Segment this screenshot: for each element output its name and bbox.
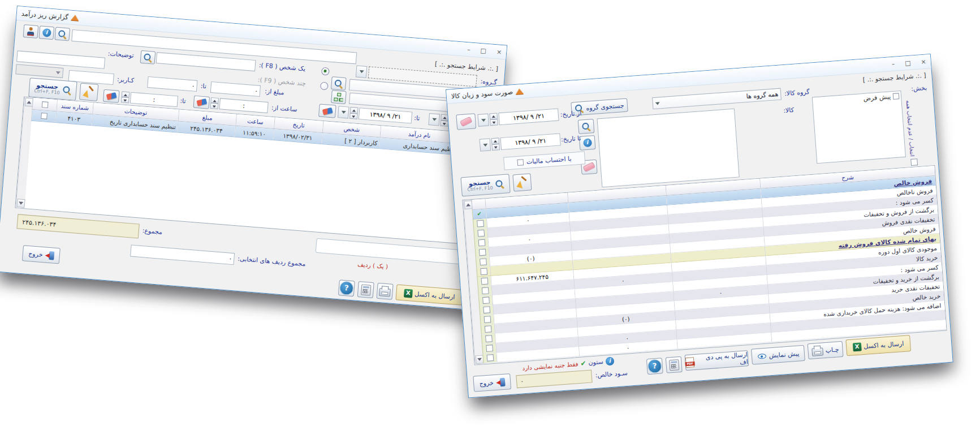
row-checkbox-cell[interactable] bbox=[475, 247, 489, 258]
row-checkbox-cell[interactable] bbox=[477, 276, 491, 287]
row-checkbox-cell[interactable] bbox=[474, 238, 488, 248]
goods-info-button[interactable] bbox=[579, 135, 596, 150]
row-checkbox-cell[interactable] bbox=[479, 305, 493, 316]
row-checkbox-cell[interactable] bbox=[478, 286, 492, 296]
goods-listbox[interactable] bbox=[597, 109, 739, 188]
calculator-button[interactable] bbox=[666, 356, 683, 373]
amount-from-input[interactable] bbox=[210, 81, 261, 97]
one-person-radio[interactable] bbox=[321, 67, 330, 76]
row-checkbox[interactable] bbox=[480, 268, 487, 276]
close-button[interactable]: × bbox=[921, 58, 926, 66]
row-checkbox-cell[interactable] bbox=[482, 343, 496, 354]
default-checkbox[interactable] bbox=[893, 93, 900, 100]
vertical-scrollbar[interactable] bbox=[15, 97, 33, 209]
select-all-checkbox[interactable] bbox=[910, 158, 918, 166]
date-clear-button[interactable] bbox=[456, 113, 476, 130]
to-date-input[interactable] bbox=[500, 133, 560, 150]
date-from-arrow[interactable] bbox=[428, 113, 440, 126]
quick-search-button[interactable] bbox=[54, 27, 70, 41]
row-checkbox-cell[interactable] bbox=[476, 266, 490, 277]
maximize-button[interactable]: □ bbox=[480, 47, 486, 55]
help-button[interactable] bbox=[338, 279, 355, 296]
row-checkbox-cell[interactable] bbox=[482, 353, 497, 364]
select-all-checkbox[interactable] bbox=[41, 101, 48, 108]
group-search-button[interactable] bbox=[331, 76, 347, 91]
from-date-input[interactable] bbox=[498, 109, 559, 126]
clear-form-button[interactable] bbox=[79, 83, 98, 101]
row-checkbox[interactable] bbox=[483, 306, 490, 313]
search-button[interactable]: جستجوCtrl+F, F10 bbox=[460, 174, 510, 196]
date-to-input[interactable] bbox=[359, 107, 412, 123]
exit-button[interactable]: خروج bbox=[473, 373, 511, 392]
export-excel-button[interactable]: ارسال به اکسل bbox=[845, 335, 911, 356]
to-date-arrow[interactable] bbox=[480, 138, 491, 151]
row-checkbox[interactable] bbox=[486, 345, 493, 352]
row-checkbox-cell[interactable] bbox=[481, 334, 495, 345]
row-checkbox[interactable] bbox=[480, 259, 487, 266]
cell-checkbox[interactable] bbox=[31, 110, 56, 123]
row-checkbox-cell[interactable]: ✔ bbox=[472, 209, 486, 220]
person-input[interactable] bbox=[156, 52, 256, 71]
row-checkbox[interactable] bbox=[478, 249, 486, 256]
date-to-spinner[interactable] bbox=[349, 107, 359, 119]
tax-checkbox[interactable] bbox=[517, 159, 524, 166]
row-checkbox-cell[interactable] bbox=[476, 257, 490, 268]
exit-button[interactable]: خروج bbox=[22, 245, 61, 264]
print-button[interactable]: چـاپ bbox=[808, 341, 844, 359]
from-date-spinner[interactable] bbox=[489, 113, 498, 126]
time-from-clear-button[interactable] bbox=[193, 96, 210, 109]
row-checkbox[interactable] bbox=[486, 354, 494, 362]
tree-button[interactable] bbox=[331, 90, 347, 104]
row-checkbox[interactable] bbox=[482, 296, 490, 304]
row-checkbox[interactable] bbox=[477, 220, 484, 227]
row-checkbox[interactable] bbox=[477, 230, 485, 237]
clear-form-button[interactable] bbox=[512, 173, 532, 191]
date-to-arrow[interactable] bbox=[338, 106, 349, 118]
date-clear-button[interactable] bbox=[318, 104, 336, 118]
help-button[interactable] bbox=[646, 358, 663, 375]
header-checkbox-col[interactable] bbox=[471, 199, 485, 210]
time-from-spinner[interactable] bbox=[210, 97, 219, 109]
export-excel-button[interactable]: ارسال به اکسل bbox=[395, 284, 463, 305]
close-button[interactable]: × bbox=[496, 48, 502, 56]
row-checkbox-cell[interactable] bbox=[478, 295, 493, 306]
minimize-button[interactable]: – bbox=[467, 46, 471, 53]
time-from-input[interactable] bbox=[219, 98, 268, 113]
selected-total-input[interactable] bbox=[130, 245, 235, 265]
time-to-clear-button[interactable] bbox=[103, 89, 120, 103]
person-lookup-button[interactable] bbox=[23, 24, 39, 38]
calculator-button[interactable] bbox=[357, 281, 374, 298]
row-checkbox-cell[interactable] bbox=[480, 315, 494, 325]
row-checkbox[interactable] bbox=[41, 113, 48, 119]
info-button[interactable] bbox=[38, 25, 54, 40]
multi-person-radio[interactable] bbox=[320, 81, 329, 90]
to-date-spinner[interactable] bbox=[491, 137, 500, 150]
row-checkbox[interactable] bbox=[478, 239, 485, 247]
row-checkbox[interactable] bbox=[481, 287, 489, 294]
row-checkbox[interactable] bbox=[485, 335, 493, 342]
section-item-default[interactable]: پیش فرض bbox=[813, 91, 901, 107]
row-checkbox[interactable] bbox=[481, 277, 488, 285]
section-listbox[interactable]: پیش فرض bbox=[812, 91, 906, 164]
person-search-button[interactable] bbox=[140, 50, 156, 64]
from-date-arrow[interactable] bbox=[477, 114, 489, 127]
row-checkbox-cell[interactable] bbox=[473, 218, 487, 229]
goods-search-button[interactable] bbox=[578, 119, 595, 134]
row-checkbox-cell[interactable] bbox=[481, 324, 495, 335]
row-checkbox[interactable] bbox=[483, 316, 491, 323]
print-button[interactable] bbox=[377, 283, 394, 300]
goods-group-combo[interactable]: همه گروه ها bbox=[652, 88, 782, 110]
minimize-button[interactable]: – bbox=[891, 60, 895, 67]
tax-checkbox-group[interactable]: با احتساب مالیات bbox=[503, 151, 585, 170]
row-checkbox[interactable]: ✔ bbox=[477, 211, 482, 217]
amount-to-input[interactable] bbox=[147, 76, 197, 92]
scroll-down-button[interactable] bbox=[16, 199, 25, 208]
row-checkbox[interactable] bbox=[484, 325, 491, 333]
preview-button[interactable]: پیش نمایش bbox=[751, 345, 805, 365]
time-to-spinner[interactable] bbox=[121, 91, 130, 103]
multi-person-combo[interactable] bbox=[15, 64, 63, 78]
time-to-input[interactable] bbox=[130, 92, 178, 107]
group-combo-arrow[interactable] bbox=[356, 65, 368, 78]
export-pdf-button[interactable]: ارسال به پی دی اف bbox=[685, 350, 749, 371]
maximize-button[interactable]: □ bbox=[905, 59, 911, 67]
